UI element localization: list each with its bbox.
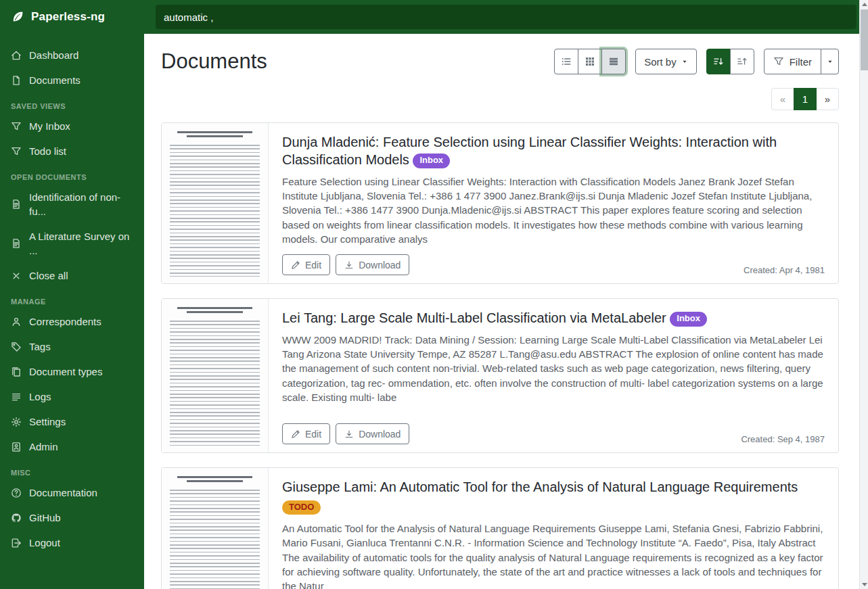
- sidebar-item-close-all[interactable]: Close all: [0, 263, 144, 288]
- edit-label: Edit: [305, 260, 321, 270]
- pagination-row: « 1 »: [161, 88, 839, 110]
- tag-row: TODO: [282, 500, 825, 515]
- person-icon: [11, 316, 22, 327]
- sidebar-item-tags[interactable]: Tags: [0, 334, 144, 359]
- caret-down-icon: [827, 58, 833, 65]
- thumbnail-text-lines: [170, 145, 260, 277]
- tag-badge-inbox[interactable]: Inbox: [413, 154, 450, 168]
- sidebar-item-label: Todo list: [29, 144, 66, 158]
- scrollbar[interactable]: [859, 0, 868, 589]
- next-page-button[interactable]: »: [816, 88, 839, 110]
- tag-badge-inbox[interactable]: Inbox: [670, 312, 707, 326]
- sort-direction-group: [706, 49, 754, 74]
- filter-caret-button[interactable]: [821, 49, 839, 74]
- sidebar-item-documentation[interactable]: Documentation: [0, 480, 144, 505]
- document-snippet: Feature Selection using Linear Classifie…: [282, 174, 825, 246]
- sort-descending-button[interactable]: [706, 49, 731, 74]
- document-thumbnail[interactable]: [162, 468, 269, 589]
- card-footer: Edit Download Created: Sep 4, 1987: [282, 423, 825, 444]
- sidebar-section-open-documents: OPEN DOCUMENTS: [0, 164, 144, 185]
- sidebar-item-label: GitHub: [29, 511, 61, 525]
- sidebar-item-open-doc-2[interactable]: A Literature Survey on ...: [0, 224, 144, 263]
- edit-button[interactable]: Edit: [282, 254, 330, 275]
- document-title-link[interactable]: Giuseppe Lami: An Automatic Tool for the…: [282, 478, 825, 496]
- sidebar-item-label: Close all: [29, 268, 68, 283]
- sort-by-label: Sort by: [644, 56, 677, 68]
- main-column: Documents Sort by: [144, 0, 859, 589]
- sidebar-item-my-inbox[interactable]: My Inbox: [0, 114, 144, 139]
- list-view-button[interactable]: [554, 49, 578, 74]
- document-title-link[interactable]: Dunja Mladenić: Feature Selection using …: [282, 133, 825, 169]
- document-thumbnail[interactable]: [162, 123, 269, 283]
- sidebar: Paperless-ng Dashboard Documents SAVED V…: [0, 0, 144, 589]
- sidebar-item-documents[interactable]: Documents: [0, 68, 144, 93]
- document-title: Dunja Mladenić: Feature Selection using …: [282, 135, 777, 167]
- thumbnail-text-lines: [170, 490, 260, 589]
- download-button[interactable]: Download: [336, 254, 409, 275]
- scroll-down-button[interactable]: [860, 580, 868, 589]
- scrollbar-thumb[interactable]: [861, 9, 868, 70]
- download-icon: [344, 260, 354, 270]
- question-circle-icon: [11, 488, 22, 498]
- document-card-body: Lei Tang: Large Scale Multi-Label Classi…: [269, 299, 838, 452]
- sidebar-item-label: Correspondents: [29, 314, 101, 329]
- funnel-icon: [11, 121, 22, 132]
- sidebar-section-manage: MANAGE: [0, 288, 144, 309]
- edit-button[interactable]: Edit: [282, 423, 330, 444]
- sidebar-nav: Dashboard Documents SAVED VIEWS My Inbox…: [0, 33, 144, 555]
- logout-icon: [11, 538, 22, 548]
- app-logo[interactable]: Paperless-ng: [0, 0, 144, 33]
- thumbnail-title-lines: [168, 476, 261, 482]
- sidebar-item-label: Documentation: [29, 486, 97, 500]
- grid-view-button[interactable]: [578, 49, 602, 74]
- sidebar-item-correspondents[interactable]: Correspondents: [0, 309, 144, 334]
- document-card-body: Dunja Mladenić: Feature Selection using …: [269, 123, 838, 283]
- thumbnail-text-lines: [170, 321, 260, 446]
- download-label: Download: [359, 429, 401, 440]
- sidebar-item-logs[interactable]: Logs: [0, 384, 144, 409]
- download-label: Download: [359, 260, 401, 270]
- previous-page-button[interactable]: «: [771, 88, 794, 110]
- sidebar-item-open-doc-1[interactable]: Identification of non-fu...: [0, 185, 144, 224]
- sidebar-item-dashboard[interactable]: Dashboard: [0, 43, 144, 68]
- toolbar-controls: Sort by Filter: [554, 49, 839, 74]
- tag-badge-todo[interactable]: TODO: [282, 500, 321, 515]
- document-card: Dunja Mladenić: Feature Selection using …: [161, 122, 839, 284]
- pencil-icon: [291, 260, 300, 270]
- sidebar-item-logout[interactable]: Logout: [0, 530, 144, 555]
- search-input[interactable]: [156, 5, 856, 29]
- house-icon: [11, 50, 22, 61]
- sort-ascending-button[interactable]: [730, 49, 754, 74]
- caret-down-icon: [681, 58, 688, 65]
- scroll-up-button[interactable]: [860, 0, 868, 9]
- sidebar-item-label: Settings: [29, 415, 66, 429]
- filter-label: Filter: [790, 56, 812, 68]
- detail-view-icon: [608, 56, 619, 67]
- card-actions: Edit Download: [282, 254, 409, 275]
- sidebar-item-label: Tags: [29, 339, 51, 354]
- sidebar-item-github[interactable]: GitHub: [0, 505, 144, 530]
- sort-by-dropdown[interactable]: Sort by: [635, 49, 697, 74]
- sidebar-item-settings[interactable]: Settings: [0, 409, 144, 434]
- funnel-icon: [773, 56, 784, 67]
- detail-view-button[interactable]: [601, 49, 626, 74]
- document-list: Dunja Mladenić: Feature Selection using …: [161, 122, 839, 589]
- document-title-link[interactable]: Lei Tang: Large Scale Multi-Label Classi…: [282, 309, 825, 327]
- sidebar-item-admin[interactable]: Admin: [0, 434, 144, 459]
- sort-ascending-icon: [737, 56, 748, 67]
- file-text-icon: [11, 199, 22, 210]
- sidebar-item-todo-list[interactable]: Todo list: [0, 139, 144, 164]
- document-title: Lei Tang: Large Scale Multi-Label Classi…: [282, 310, 666, 325]
- filter-button[interactable]: Filter: [764, 49, 821, 74]
- grid-view-icon: [585, 56, 595, 67]
- document-card: Lei Tang: Large Scale Multi-Label Classi…: [161, 298, 839, 453]
- card-actions: Edit Download: [282, 423, 409, 444]
- download-button[interactable]: Download: [336, 423, 409, 444]
- current-page-button[interactable]: 1: [794, 88, 817, 110]
- sidebar-item-document-types[interactable]: Document types: [0, 359, 144, 384]
- sidebar-section-saved-views: SAVED VIEWS: [0, 93, 144, 114]
- download-icon: [344, 429, 354, 439]
- document-thumbnail[interactable]: [162, 299, 269, 452]
- sidebar-item-label: Admin: [29, 440, 58, 454]
- thumbnail-title-lines: [168, 131, 261, 137]
